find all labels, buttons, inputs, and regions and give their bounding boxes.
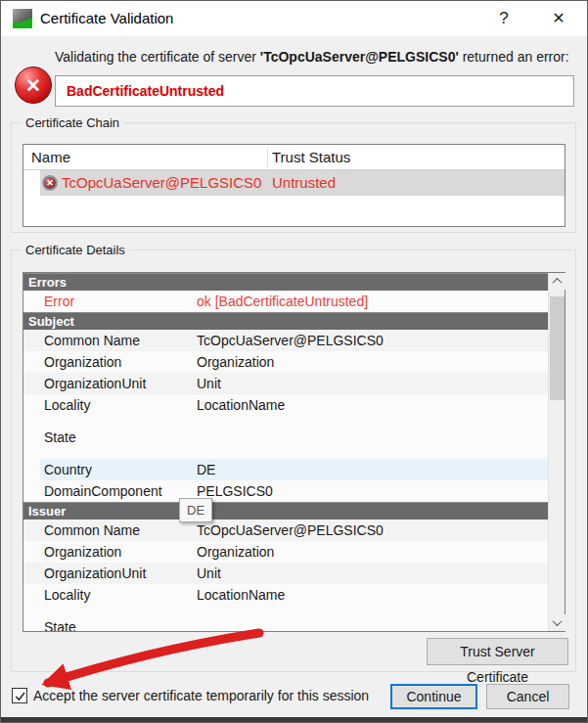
title-bar: Certificate Validation ? ✕ (1, 1, 587, 36)
certificate-details-table: Errors Error ok [BadCertificateUntrusted… (23, 272, 565, 632)
details-content: Errors Error ok [BadCertificateUntrusted… (23, 273, 548, 631)
detail-row[interactable]: Common Name TcOpcUaServer@PELGSICS0 (23, 520, 548, 541)
chevron-up-icon (553, 278, 563, 288)
detail-row[interactable]: OrganizationUnit Unit (23, 563, 548, 584)
detail-row[interactable]: Error ok [BadCertificateUntrusted] (23, 291, 548, 312)
chain-col-divider (267, 147, 268, 167)
scrollbar-thumb[interactable] (550, 296, 565, 400)
row-label: Country (44, 459, 92, 480)
details-group-label: Certificate Details (22, 243, 129, 257)
details-scrollbar[interactable] (548, 273, 565, 631)
detail-row[interactable]: State (23, 416, 548, 459)
row-label: OrganizationUnit (44, 373, 146, 394)
error-code-text: BadCertificateUntrusted (56, 76, 573, 106)
row-value: LocationName (197, 394, 285, 416)
row-label: DomainComponent (44, 480, 162, 502)
error-code-box: BadCertificateUntrusted (55, 75, 574, 107)
row-label: Error (44, 291, 74, 312)
row-value: Organization (197, 351, 274, 373)
message-suffix: returned an error: (459, 49, 569, 65)
detail-row[interactable]: DomainComponent PELGSICS0 (23, 480, 548, 502)
row-label: Organization (44, 541, 121, 563)
certificate-validation-dialog: Certificate Validation ? ✕ ✕ Validating … (0, 0, 588, 723)
chain-col-status[interactable]: Trust Status (272, 145, 350, 169)
row-label: Common Name (44, 520, 140, 541)
server-name: 'TcOpcUaServer@PELGSICS0' (260, 49, 459, 65)
accept-session-checkbox[interactable] (12, 688, 27, 703)
row-value: Unit (197, 373, 221, 394)
row-value: TcOpcUaServer@PELGSICS0 (197, 330, 384, 351)
row-label: Locality (44, 584, 90, 606)
chain-row-name: TcOpcUaServer@PELGSICS0 (62, 170, 261, 196)
certificate-chain-table: Name Trust Status ✕ TcOpcUaServer@PELGSI… (23, 144, 565, 227)
cancel-button[interactable]: Cancel (486, 684, 569, 709)
chain-row-status: Untrusted (272, 170, 336, 196)
section-header-subject: Subject (23, 312, 548, 330)
detail-row[interactable]: OrganizationUnit Unit (23, 373, 548, 394)
row-label: Locality (44, 394, 90, 416)
cert-error-icon: ✕ (42, 175, 58, 191)
detail-row[interactable]: Locality LocationName (23, 394, 548, 416)
detail-row[interactable]: Locality LocationName (23, 584, 548, 606)
section-header-issuer: Issuer (23, 502, 548, 520)
detail-row[interactable]: Organization Organization (23, 351, 548, 373)
row-label: Organization (44, 351, 121, 373)
row-value: ok [BadCertificateUntrusted] (197, 291, 368, 312)
row-value: LocationName (197, 584, 285, 606)
row-hover-band (40, 459, 548, 480)
continue-button[interactable]: Continue (390, 684, 477, 709)
detail-row[interactable]: State (23, 606, 548, 631)
detail-row-hovered[interactable]: Country DE (23, 459, 548, 480)
row-value: DE (197, 459, 215, 480)
row-label: Common Name (44, 330, 140, 351)
chain-col-name[interactable]: Name (31, 145, 70, 169)
detail-row[interactable]: Common Name TcOpcUaServer@PELGSICS0 (23, 330, 548, 351)
window-bottom-edge (1, 717, 587, 722)
app-icon (13, 9, 32, 28)
close-button[interactable]: ✕ (536, 1, 581, 36)
chain-row[interactable]: ✕ TcOpcUaServer@PELGSICS0 Untrusted (23, 170, 565, 196)
chevron-down-icon (553, 616, 563, 626)
value-tooltip: DE (179, 498, 212, 522)
error-badge-icon: ✕ (15, 67, 52, 104)
row-value: TcOpcUaServer@PELGSICS0 (197, 520, 384, 541)
chain-table-header: Name Trust Status (23, 145, 565, 170)
check-icon (14, 690, 26, 702)
scrollbar-down-button[interactable] (549, 614, 565, 631)
help-button[interactable]: ? (481, 1, 526, 36)
chain-group-label: Certificate Chain (22, 115, 123, 130)
message-prefix: Validating the certificate of server (55, 49, 260, 65)
section-header-errors: Errors (23, 273, 548, 291)
detail-row[interactable]: Organization Organization (23, 541, 548, 563)
window-title: Certificate Validation (40, 1, 173, 36)
row-label: State (44, 416, 76, 459)
row-label: OrganizationUnit (44, 563, 146, 584)
row-value: Unit (197, 563, 221, 584)
row-label: State (44, 606, 76, 631)
accept-session-label[interactable]: Accept the server certificate temporaril… (33, 689, 369, 703)
validation-message: Validating the certificate of server 'Tc… (55, 49, 573, 65)
scrollbar-up-button[interactable] (549, 273, 565, 290)
row-value: Organization (197, 541, 274, 563)
trust-server-certificate-button[interactable]: Trust Server Certificate (427, 638, 568, 665)
